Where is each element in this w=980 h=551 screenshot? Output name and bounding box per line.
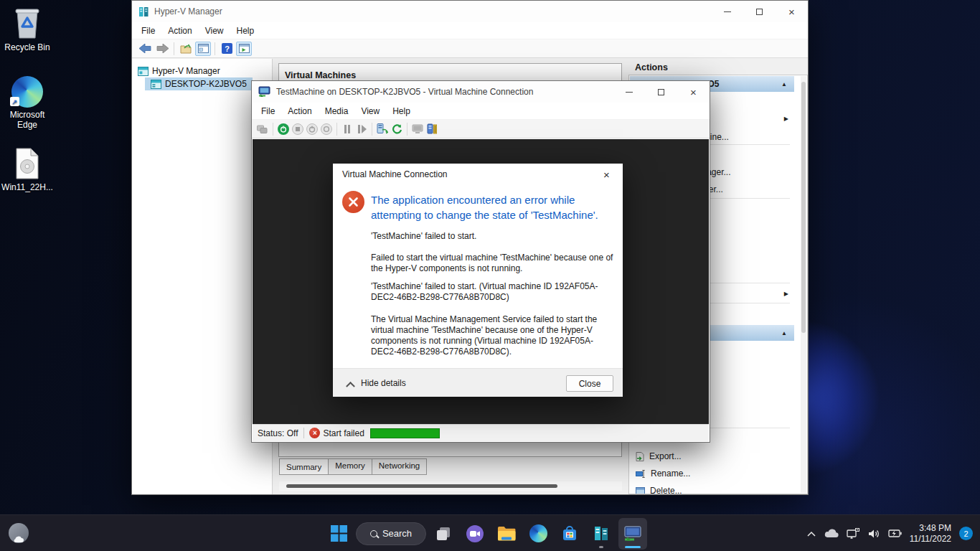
close-button[interactable]: × (677, 81, 710, 103)
maximize-button[interactable] (743, 1, 776, 22)
action-delete[interactable]: Delete... (630, 482, 794, 494)
tree-item-label: Hyper-V Manager (152, 66, 220, 76)
hyperv-app-icon (138, 6, 149, 17)
tab-summary[interactable]: Summary (279, 458, 329, 475)
maximize-button[interactable] (645, 81, 677, 103)
hyperv-manager-taskbar-button[interactable] (587, 518, 616, 550)
ctrl-alt-del-icon[interactable] (255, 122, 270, 136)
edge-icon: ↗ (0, 73, 55, 108)
error-paragraph: 'TestMachine' failed to start. (Virtual … (371, 281, 616, 303)
clock[interactable]: 3:48 PM 11/11/2022 (910, 523, 951, 545)
turn-off-icon[interactable] (291, 122, 305, 136)
hyperv-titlebar[interactable]: Hyper-V Manager × (132, 1, 808, 22)
hyperv-menubar: File Action View Help (132, 22, 808, 39)
menu-view[interactable]: View (199, 24, 230, 38)
submenu-arrow-icon: ▶ (784, 116, 788, 122)
weather-cloud-icon (13, 534, 24, 543)
windows-logo-icon (331, 525, 347, 542)
start-icon[interactable] (276, 122, 291, 136)
console-run-icon[interactable] (236, 42, 252, 56)
start-button[interactable] (324, 518, 353, 550)
vmconnect-menubar: File Action Media View Help (252, 103, 710, 120)
tray-chevron-up-icon[interactable] (806, 530, 816, 537)
svg-text:?: ? (225, 44, 230, 53)
menu-action[interactable]: Action (281, 104, 318, 118)
menu-help[interactable]: Help (230, 24, 261, 38)
store-button[interactable] (555, 518, 584, 550)
collapse-icon[interactable]: ▲ (781, 330, 787, 336)
error-icon (342, 191, 364, 213)
tree-item-root[interactable]: Hyper-V Manager (132, 65, 272, 77)
reset-icon[interactable] (354, 122, 369, 136)
vm-connection-taskbar-button[interactable] (618, 518, 647, 550)
action-export[interactable]: Export... (630, 448, 794, 465)
desktop-icon-label: Microsoft Edge (0, 110, 55, 130)
share-icon[interactable] (425, 122, 439, 136)
revert-icon[interactable] (390, 122, 404, 136)
file-explorer-button[interactable] (492, 518, 521, 550)
vmconnect-titlebar[interactable]: TestMachine on DESKTOP-K2JBVO5 - Virtual… (252, 81, 710, 103)
tree-item-server[interactable]: DESKTOP-K2JBVO5 (145, 77, 253, 90)
menu-media[interactable]: Media (319, 104, 355, 118)
close-button[interactable]: × (776, 1, 808, 22)
horizontal-scrollbar[interactable] (279, 481, 622, 491)
dialog-close-icon[interactable]: × (590, 164, 623, 185)
search-box[interactable]: Search (356, 522, 426, 545)
console-tree-icon[interactable] (195, 42, 211, 56)
desktop-icon-label: Win11_22H... (0, 182, 55, 192)
export-icon (636, 452, 644, 461)
pause-icon[interactable] (340, 122, 354, 136)
battery-icon[interactable] (888, 529, 902, 538)
dialog-title: Virtual Machine Connection (342, 169, 448, 179)
menu-view[interactable]: View (354, 104, 386, 118)
tray-time: 3:48 PM (910, 523, 951, 534)
tree-item-label: DESKTOP-K2JBVO5 (165, 79, 247, 89)
recycle-bin-icon (0, 6, 55, 40)
chat-button[interactable] (461, 518, 489, 550)
desktop-icon-recycle-bin[interactable]: Recycle Bin (0, 6, 55, 52)
tab-networking[interactable]: Networking (372, 458, 428, 475)
server-icon (151, 80, 161, 89)
onedrive-icon[interactable] (824, 529, 839, 538)
minimize-button[interactable] (711, 1, 743, 22)
vmconnect-app-icon (258, 86, 271, 98)
widgets-button[interactable] (9, 523, 29, 543)
edge-button[interactable] (524, 518, 552, 550)
menu-file[interactable]: File (135, 24, 161, 38)
collapse-icon[interactable]: ▲ (781, 81, 787, 88)
desktop-icon-edge[interactable]: ↗ Microsoft Edge (0, 73, 55, 130)
shut-down-icon[interactable] (305, 122, 319, 136)
detail-tabs: Summary Memory Networking (279, 458, 426, 475)
forward-icon[interactable] (154, 42, 170, 56)
tab-memory[interactable]: Memory (328, 458, 372, 475)
search-icon (370, 530, 377, 537)
checkpoint-icon[interactable] (375, 122, 390, 136)
enhanced-session-icon[interactable] (410, 122, 425, 136)
dialog-titlebar[interactable]: Virtual Machine Connection × (333, 164, 623, 185)
hyperv-app-icon (593, 525, 610, 542)
vm-status-text: Status: Off (258, 428, 298, 438)
file-explorer-icon (497, 526, 516, 542)
close-button[interactable]: Close (566, 375, 613, 392)
menu-action[interactable]: Action (161, 24, 198, 38)
save-icon[interactable] (319, 122, 334, 136)
volume-icon[interactable] (868, 529, 880, 539)
hide-details-toggle[interactable]: Hide details (361, 378, 406, 388)
menu-file[interactable]: File (255, 104, 281, 118)
iso-file-icon (0, 146, 55, 180)
back-icon[interactable] (137, 42, 153, 56)
running-indicator (599, 546, 603, 548)
task-view-button[interactable] (429, 518, 458, 550)
error-paragraph: 'TestMachine' failed to start. (371, 231, 616, 242)
actions-scrollbar[interactable] (801, 76, 806, 493)
desktop-icon-iso-file[interactable]: Win11_22H... (0, 146, 55, 192)
minimize-button[interactable] (613, 81, 645, 103)
menu-help[interactable]: Help (386, 104, 417, 118)
notification-badge[interactable]: 2 (959, 527, 973, 540)
vmconnect-toolbar (252, 120, 710, 138)
help-icon[interactable]: ? (219, 42, 235, 56)
export-list-icon[interactable] (178, 42, 194, 56)
action-rename[interactable]: Rename... (630, 465, 794, 482)
task-view-icon (435, 526, 451, 542)
network-icon[interactable] (847, 528, 860, 539)
